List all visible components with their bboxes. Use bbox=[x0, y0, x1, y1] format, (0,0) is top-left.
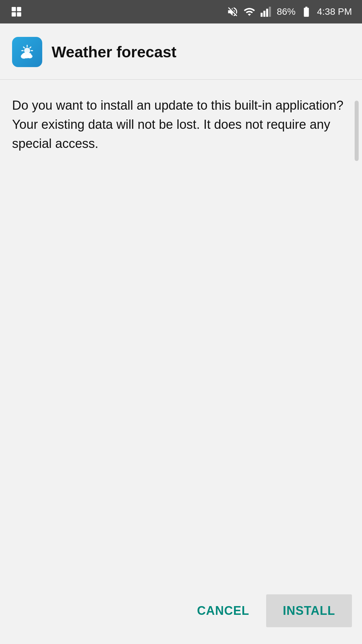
battery-icon bbox=[300, 6, 312, 18]
install-button[interactable]: INSTALL bbox=[266, 594, 352, 627]
status-bar: 86% 4:38 PM bbox=[0, 0, 362, 23]
svg-point-19 bbox=[27, 54, 33, 58]
svg-rect-7 bbox=[269, 7, 271, 17]
svg-point-18 bbox=[21, 54, 27, 59]
status-bar-left bbox=[10, 5, 23, 18]
svg-rect-1 bbox=[17, 7, 21, 11]
weather-forecast-icon bbox=[17, 42, 37, 62]
app-icon bbox=[12, 37, 42, 67]
notification-icon bbox=[10, 5, 23, 18]
app-title: Weather forecast bbox=[52, 43, 176, 61]
description-section: Do you want to install an update to this… bbox=[0, 80, 362, 165]
app-header: Weather forecast bbox=[0, 23, 362, 79]
status-icons: 86% 4:38 PM bbox=[227, 6, 352, 18]
battery-level: 86% bbox=[277, 6, 296, 17]
svg-rect-6 bbox=[266, 9, 268, 17]
wifi-icon bbox=[243, 6, 255, 18]
dialog-description: Do you want to install an update to this… bbox=[12, 96, 350, 153]
svg-rect-5 bbox=[263, 11, 265, 17]
scrollbar[interactable] bbox=[355, 101, 359, 161]
mute-icon bbox=[227, 6, 239, 18]
svg-rect-4 bbox=[260, 13, 262, 17]
bottom-buttons: CANCEL INSTALL bbox=[0, 584, 362, 644]
signal-icon bbox=[260, 6, 272, 18]
svg-rect-0 bbox=[12, 7, 16, 11]
svg-line-13 bbox=[23, 47, 24, 48]
svg-rect-3 bbox=[17, 12, 21, 17]
status-time: 4:38 PM bbox=[317, 6, 352, 17]
cancel-button[interactable]: CANCEL bbox=[180, 594, 266, 627]
svg-line-15 bbox=[30, 47, 31, 48]
svg-rect-2 bbox=[12, 12, 16, 17]
